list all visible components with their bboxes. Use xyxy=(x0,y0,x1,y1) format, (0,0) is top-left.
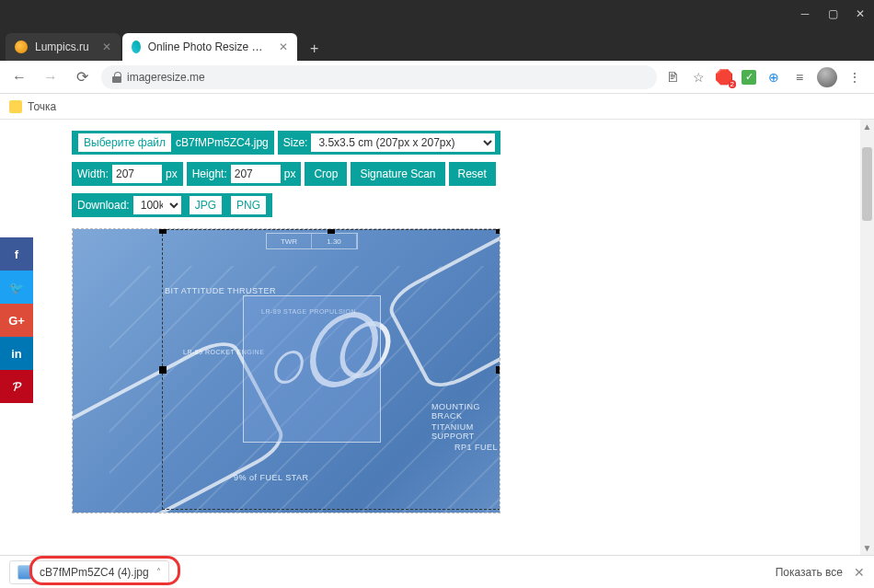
file-image-icon xyxy=(17,565,32,580)
height-label: Height: xyxy=(192,167,227,180)
window-minimize-button[interactable]: ─ xyxy=(791,0,819,28)
downloads-bar: cB7fMPm5ZC4 (4).jpg ˄ Показать все ✕ xyxy=(0,555,874,588)
menu-icon[interactable]: ⋮ xyxy=(846,69,863,86)
dimensions-row: Width: px Height: px Crop Signature Scan… xyxy=(72,162,860,193)
share-twitter-button[interactable]: 🐦 xyxy=(0,271,33,304)
scroll-down-icon[interactable]: ▼ xyxy=(860,541,874,555)
signature-scan-button[interactable]: Signature Scan xyxy=(351,162,444,186)
toolbar-right-icons: 🖹 ☆ 🛑 2 ✓ ⊕ ≡ ⋮ xyxy=(664,67,867,87)
reload-button[interactable]: ⟳ xyxy=(70,65,94,89)
download-png-button[interactable]: PNG xyxy=(230,195,267,215)
extension-adblock-icon[interactable]: 🛑 2 xyxy=(716,69,732,86)
tab-title: Lumpics.ru xyxy=(35,40,89,53)
page-content: Выберите файл cB7fMPm5ZC4.jpg Size: 3.5x… xyxy=(0,120,860,555)
window-close-button[interactable]: ✕ xyxy=(846,0,874,28)
share-linkedin-button[interactable]: in xyxy=(0,337,33,370)
tab-title: Online Photo Resize and Crop | F xyxy=(148,40,266,53)
tab-close-icon[interactable]: ✕ xyxy=(102,40,111,53)
download-size-select[interactable]: 100kB xyxy=(133,196,181,214)
download-label: Download: xyxy=(77,199,130,212)
height-unit: px xyxy=(284,167,296,180)
scrollbar-thumb[interactable] xyxy=(862,147,872,221)
tab-imageresize[interactable]: Online Photo Resize and Crop | F ✕ xyxy=(122,33,297,61)
bookmarks-bar: Точка xyxy=(0,94,874,120)
download-row: Download: 100kB JPG PNG xyxy=(72,193,860,225)
browser-tabstrip: Lumpics.ru ✕ Online Photo Resize and Cro… xyxy=(0,28,874,61)
crop-handle-ne[interactable] xyxy=(496,228,500,234)
share-pinterest-button[interactable]: 𝓟 xyxy=(0,370,33,403)
chosen-filename: cB7fMPm5ZC4.jpg xyxy=(176,136,269,149)
crop-bounds[interactable] xyxy=(162,229,500,510)
size-label: Size: xyxy=(283,136,308,149)
social-share-bar: f 🐦 G+ in 𝓟 xyxy=(0,237,33,403)
address-bar[interactable]: imageresize.me xyxy=(101,65,657,89)
size-preset: Size: 3.5x3.5 cm (207px x 207px) xyxy=(278,131,501,155)
extension-check-icon[interactable]: ✓ xyxy=(742,70,756,85)
download-item[interactable]: cB7fMPm5ZC4 (4).jpg ˄ xyxy=(9,560,169,584)
scroll-up-icon[interactable]: ▲ xyxy=(860,120,874,133)
download-filename: cB7fMPm5ZC4 (4).jpg xyxy=(40,566,149,579)
file-picker[interactable]: Выберите файл cB7fMPm5ZC4.jpg xyxy=(72,131,274,155)
lock-icon xyxy=(112,72,121,83)
window-titlebar: ─ ▢ ✕ xyxy=(0,0,874,28)
tab-close-icon[interactable]: ✕ xyxy=(279,40,288,53)
folder-icon xyxy=(9,100,22,113)
new-tab-button[interactable]: + xyxy=(303,37,327,61)
reading-list-icon[interactable]: ≡ xyxy=(791,69,808,86)
crop-handle-w[interactable] xyxy=(159,366,167,374)
crop-handle-n[interactable] xyxy=(328,228,335,234)
forward-button[interactable]: → xyxy=(39,65,63,89)
favicon-icon xyxy=(15,40,28,53)
share-facebook-button[interactable]: f xyxy=(0,237,33,271)
image-canvas[interactable]: TWR 1.30 BIT ATTITUDE THRUSTER LR-89 STA… xyxy=(72,228,500,513)
height-box: Height: px xyxy=(187,162,302,186)
bookmark-item[interactable]: Точка xyxy=(28,100,56,113)
crop-handle-e[interactable] xyxy=(496,366,500,374)
page-viewport: Выберите файл cB7fMPm5ZC4.jpg Size: 3.5x… xyxy=(0,120,874,555)
show-all-downloads-link[interactable]: Показать все xyxy=(776,566,843,579)
translate-icon[interactable]: 🖹 xyxy=(664,69,681,86)
width-unit: px xyxy=(166,167,178,180)
reset-button[interactable]: Reset xyxy=(449,162,496,186)
choose-file-button[interactable]: Выберите файл xyxy=(77,133,172,153)
star-icon[interactable]: ☆ xyxy=(690,69,707,86)
url-text: imageresize.me xyxy=(127,71,205,84)
height-input[interactable] xyxy=(231,165,281,183)
width-label: Width: xyxy=(77,167,109,180)
extension-globe-icon[interactable]: ⊕ xyxy=(765,69,782,86)
download-box: Download: 100kB JPG PNG xyxy=(72,193,272,217)
back-button[interactable]: ← xyxy=(7,65,31,89)
share-googleplus-button[interactable]: G+ xyxy=(0,304,33,337)
file-size-row: Выберите файл cB7fMPm5ZC4.jpg Size: 3.5x… xyxy=(72,131,860,162)
chevron-up-icon[interactable]: ˄ xyxy=(156,567,161,577)
vertical-scrollbar[interactable]: ▲ ▼ xyxy=(860,120,874,555)
width-box: Width: px xyxy=(72,162,183,186)
tab-lumpics[interactable]: Lumpics.ru ✕ xyxy=(6,33,121,61)
crop-handle-nw[interactable] xyxy=(159,228,167,234)
width-input[interactable] xyxy=(112,165,162,183)
favicon-icon xyxy=(132,40,141,53)
window-maximize-button[interactable]: ▢ xyxy=(819,0,846,28)
profile-avatar[interactable] xyxy=(817,67,837,87)
downloads-bar-close-button[interactable]: ✕ xyxy=(854,565,865,580)
browser-toolbar: ← → ⟳ imageresize.me 🖹 ☆ 🛑 2 ✓ ⊕ ≡ ⋮ xyxy=(0,61,874,94)
crop-button[interactable]: Crop xyxy=(305,162,347,186)
download-jpg-button[interactable]: JPG xyxy=(189,195,223,215)
size-select[interactable]: 3.5x3.5 cm (207px x 207px) xyxy=(311,133,495,152)
